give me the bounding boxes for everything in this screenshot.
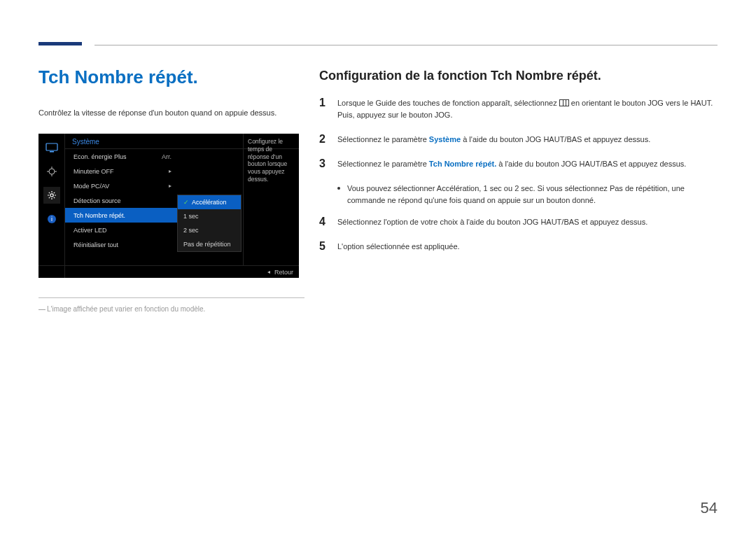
osd-menu-item: Détection source bbox=[65, 193, 177, 208]
osd-menu-label: Econ. énergie Plus bbox=[74, 153, 127, 160]
osd-menu-item: Minuterie OFF▸ bbox=[65, 164, 177, 178]
osd-description: Configurez le temps de réponse d'un bout… bbox=[243, 134, 299, 265]
osd-menu-label: Tch Nombre répét. bbox=[74, 212, 125, 219]
step-text: . Si vous sélectionnez bbox=[533, 184, 609, 192]
step-body: Sélectionnez l'option de votre choix à l… bbox=[337, 216, 718, 228]
osd-submenu-item: 1 sec bbox=[178, 209, 241, 223]
bullet-icon bbox=[337, 187, 340, 190]
svg-point-3 bbox=[50, 194, 52, 197]
step-number: 1 bbox=[319, 97, 329, 121]
osd-submenu-label: Accélération bbox=[192, 199, 227, 206]
info-icon: i bbox=[43, 211, 60, 227]
gear-icon bbox=[43, 187, 60, 204]
step: 2 Sélectionnez le paramètre Système à l'… bbox=[319, 134, 718, 146]
step: 1 Lorsque le Guide des touches de foncti… bbox=[319, 97, 718, 121]
osd-sidebar: i bbox=[38, 134, 65, 278]
highlight-red: 2 sec bbox=[514, 184, 533, 192]
step: 4 Sélectionnez l'option de votre choix à… bbox=[319, 216, 718, 228]
osd-submenu-item: 2 sec bbox=[178, 223, 241, 237]
highlight-blue: Tch Nombre répét. bbox=[429, 160, 496, 168]
osd-menu-item: Activer LED bbox=[65, 223, 177, 237]
step-body: Sélectionnez le paramètre Système à l'ai… bbox=[337, 134, 718, 146]
svg-text:i: i bbox=[51, 216, 52, 223]
osd-menu-label: Détection source bbox=[74, 197, 121, 204]
osd-submenu-item-selected: ✓Accélération bbox=[178, 195, 241, 209]
osd-menu-label: Activer LED bbox=[74, 227, 107, 234]
osd-submenu-item: Pas de répétition bbox=[178, 237, 241, 251]
svg-rect-1 bbox=[50, 151, 54, 153]
section-title: Configuration de la fonction Tch Nombre … bbox=[319, 69, 718, 83]
steps-list: 1 Lorsque le Guide des touches de foncti… bbox=[319, 97, 718, 253]
chevron-right-icon: ▸ bbox=[169, 168, 172, 174]
step-text: Sélectionnez le paramètre bbox=[337, 160, 429, 168]
step-text: Sélectionnez le paramètre bbox=[337, 135, 429, 143]
sub-bullet: Vous pouvez sélectionner Accélération, 1… bbox=[337, 183, 718, 206]
right-column: Configuration de la fonction Tch Nombre … bbox=[319, 69, 718, 265]
osd-screenshot: i Système Econ. énergie PlusArr. Minuter… bbox=[38, 134, 299, 278]
menu-icon bbox=[559, 99, 569, 106]
highlight-blue: Système bbox=[429, 135, 461, 143]
page-number: 54 bbox=[701, 499, 718, 517]
page-title: Tch Nombre répét. bbox=[38, 66, 304, 88]
bullet-text: Vous pouvez sélectionner Accélération, 1… bbox=[347, 183, 718, 206]
osd-menu-label: Réinitialiser tout bbox=[74, 241, 118, 248]
step-text: Vous pouvez sélectionner bbox=[347, 184, 437, 192]
step-body: L'option sélectionnée est appliquée. bbox=[337, 241, 718, 253]
footnote: ―L'image affichée peut varier en fonctio… bbox=[38, 305, 304, 313]
osd-submenu-label: 2 sec bbox=[183, 227, 199, 234]
step-text: ou bbox=[502, 184, 514, 192]
step: 3 Sélectionnez le paramètre Tch Nombre r… bbox=[319, 158, 718, 170]
svg-rect-0 bbox=[46, 143, 57, 150]
header-rule bbox=[94, 45, 718, 45]
check-icon: ✓ bbox=[183, 199, 189, 206]
footnote-rule bbox=[38, 297, 304, 298]
chevron-left-icon: ◂ bbox=[267, 269, 270, 275]
step-number: 3 bbox=[319, 158, 329, 170]
osd-footer: ◂ Retour bbox=[38, 265, 299, 278]
osd-menu-value: Arr. bbox=[162, 153, 172, 160]
osd-submenu: ✓Accélération 1 sec 2 sec Pas de répétit… bbox=[177, 195, 241, 252]
osd-submenu-label: 1 sec bbox=[183, 213, 199, 220]
highlight-red: 1 sec bbox=[483, 184, 501, 192]
osd-content: Système Econ. énergie PlusArr. Minuterie… bbox=[65, 134, 299, 265]
step-text: Lorsque le Guide des touches de fonction… bbox=[337, 99, 559, 107]
svg-point-2 bbox=[49, 169, 55, 174]
monitor-icon bbox=[43, 139, 60, 156]
osd-menu-item: Réinitialiser tout bbox=[65, 237, 177, 252]
step-number: 2 bbox=[319, 134, 329, 146]
osd-submenu-label: Pas de répétition bbox=[183, 241, 231, 248]
step: 5 L'option sélectionnée est appliquée. bbox=[319, 241, 718, 253]
step-body: Sélectionnez le paramètre Tch Nombre rép… bbox=[337, 158, 718, 170]
highlight-red: Pas de répétition bbox=[610, 184, 668, 192]
footnote-text: L'image affichée peut varier en fonction… bbox=[47, 305, 205, 313]
osd-footer-back: Retour bbox=[274, 269, 293, 276]
step-number: 5 bbox=[319, 241, 329, 253]
intro-text: Contrôlez la vitesse de réponse d'un bou… bbox=[38, 108, 304, 118]
highlight-red: Accélération bbox=[437, 184, 479, 192]
osd-menu-item-selected: Tch Nombre répét. bbox=[65, 208, 177, 223]
step-number: 4 bbox=[319, 216, 329, 228]
step-text: à l'aide du bouton JOG HAUT/BAS et appuy… bbox=[461, 135, 650, 143]
osd-menu-label: Minuterie OFF bbox=[74, 168, 114, 175]
header-accent bbox=[38, 42, 82, 45]
chevron-right-icon: ▸ bbox=[169, 183, 172, 189]
osd-menu: Econ. énergie PlusArr. Minuterie OFF▸ Mo… bbox=[65, 149, 177, 252]
left-column: Tch Nombre répét. Contrôlez la vitesse d… bbox=[38, 66, 304, 313]
step-text: à l'aide du bouton JOG HAUT/BAS et appuy… bbox=[496, 160, 686, 168]
step-body: Lorsque le Guide des touches de fonction… bbox=[337, 97, 718, 121]
osd-menu-item: Econ. énergie PlusArr. bbox=[65, 149, 177, 164]
osd-menu-item: Mode PC/AV▸ bbox=[65, 178, 177, 193]
target-icon bbox=[43, 163, 60, 180]
osd-menu-label: Mode PC/AV bbox=[74, 183, 109, 190]
